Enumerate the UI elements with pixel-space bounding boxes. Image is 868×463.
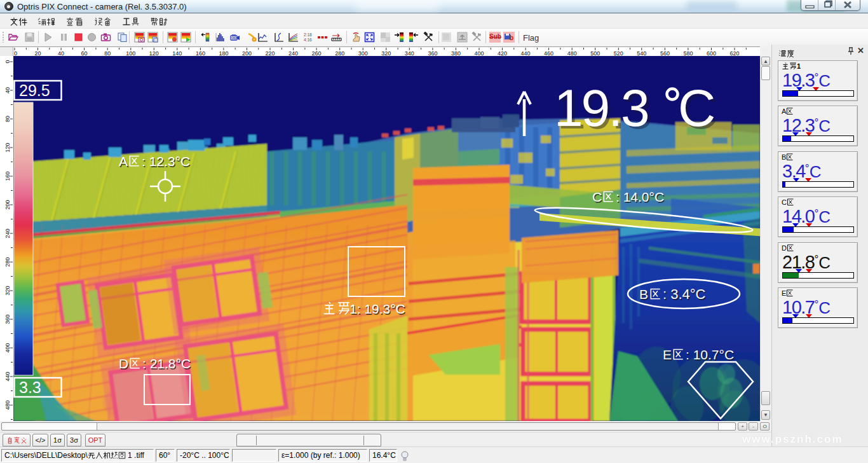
svg-text:E: E (663, 347, 672, 362)
svg-text:80: 80 (4, 116, 11, 122)
svg-text:1: 19.3°C: 1: 19.3°C (349, 301, 405, 316)
svg-text:480: 480 (4, 400, 11, 410)
svg-text:3.3: 3.3 (19, 378, 41, 396)
svg-text:360: 360 (4, 314, 11, 324)
svg-text:29.5: 29.5 (19, 81, 50, 99)
svg-text:: 10.7°C: : 10.7°C (686, 347, 734, 362)
svg-text:0: 0 (4, 60, 11, 63)
svg-text:D: D (119, 356, 128, 371)
svg-text:: 14.0°C: : 14.0°C (616, 190, 664, 204)
svg-text:19.3: 19.3 (554, 79, 648, 137)
svg-text:: 21.8°C: : 21.8°C (142, 356, 191, 371)
svg-text:400: 400 (4, 343, 11, 352)
svg-text:b: b (510, 34, 513, 41)
svg-text:C: C (678, 79, 715, 137)
svg-text:4:16: 4:16 (304, 38, 312, 42)
svg-text:240: 240 (4, 228, 11, 238)
svg-text:40: 40 (4, 87, 11, 93)
svg-text:160: 160 (4, 171, 11, 181)
svg-text:120: 120 (4, 142, 11, 152)
svg-text:320: 320 (4, 286, 11, 295)
svg-text:: 3.4°C: : 3.4°C (663, 286, 706, 302)
svg-text:B: B (639, 287, 648, 301)
svg-text:280: 280 (4, 257, 11, 266)
svg-text:: 12.3°C: : 12.3°C (142, 154, 190, 169)
svg-text:A: A (119, 154, 128, 169)
svg-text:C: C (592, 190, 602, 204)
svg-text:2:18: 2:18 (304, 32, 312, 37)
svg-text:440: 440 (4, 371, 11, 381)
svg-text:200: 200 (4, 200, 11, 209)
